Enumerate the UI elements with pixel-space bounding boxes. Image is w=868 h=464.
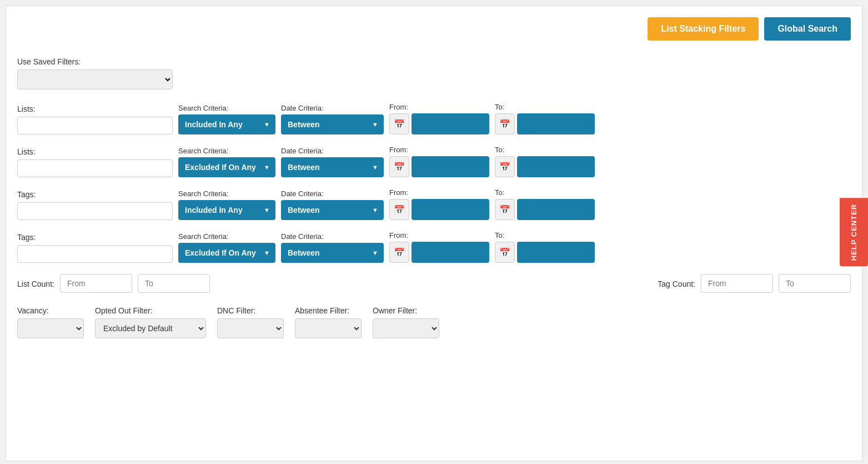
tag-count-from[interactable]: [701, 274, 773, 293]
saved-filters-label: Use Saved Filters:: [17, 57, 851, 66]
to-4-label: To:: [495, 231, 595, 240]
absentee-label: Absentee Filter:: [295, 306, 362, 315]
to-3-label: To:: [495, 188, 595, 197]
to-1: To: 📅: [495, 103, 595, 134]
tags-2-label: Tags:: [17, 233, 173, 242]
to-4-input[interactable]: [517, 242, 595, 263]
saved-filters-select[interactable]: [17, 69, 173, 89]
from-3-input[interactable]: [412, 199, 489, 220]
to-3-group: 📅: [495, 199, 595, 220]
saved-filters-section: Use Saved Filters:: [17, 57, 851, 89]
search-criteria-3-select[interactable]: Included In Any Excluded If On Any Inclu…: [178, 200, 275, 220]
owner-select[interactable]: Individual LLC Corporate: [373, 318, 439, 338]
to-2: To: 📅: [495, 146, 595, 177]
tags-2-col: Tags:: [17, 233, 173, 263]
date-criteria-4-select[interactable]: Between Before After On: [281, 243, 384, 263]
dnc-label: DNC Filter:: [217, 306, 284, 315]
list-count-label: List Count:: [17, 280, 54, 288]
to-3: To: 📅: [495, 188, 595, 220]
date-criteria-3-label: Date Criteria:: [281, 189, 384, 198]
owner-label: Owner Filter:: [373, 306, 439, 315]
help-center-button[interactable]: HELP CENTER: [840, 198, 868, 266]
to-2-group: 📅: [495, 156, 595, 177]
search-criteria-4-select[interactable]: Included In Any Excluded If On Any Inclu…: [178, 243, 275, 263]
lists-2-label: Lists:: [17, 147, 173, 156]
calendar-from-3-icon[interactable]: 📅: [389, 199, 409, 220]
bottom-filters: Vacancy: Yes No Opted Out Filter: Exclud…: [17, 306, 851, 338]
help-center-tab-wrapper: HELP CENTER: [840, 198, 868, 266]
search-criteria-1-label: Search Criteria:: [178, 104, 275, 112]
search-criteria-4-label: Search Criteria:: [178, 232, 275, 241]
from-3-group: 📅: [389, 199, 489, 220]
from-4-label: From:: [389, 231, 489, 240]
calendar-to-4-icon[interactable]: 📅: [495, 242, 515, 263]
lists-2-input[interactable]: [17, 159, 173, 177]
from-4: From: 📅: [389, 231, 489, 263]
search-criteria-4: Search Criteria: Included In Any Exclude…: [178, 232, 275, 263]
date-criteria-3-select[interactable]: Between Before After On: [281, 200, 384, 220]
search-criteria-1-select[interactable]: Included In Any Excluded If On Any Inclu…: [178, 114, 275, 134]
tag-count-group: Tag Count:: [658, 274, 851, 293]
to-4: To: 📅: [495, 231, 595, 263]
absentee-select[interactable]: Yes No: [295, 318, 362, 338]
global-search-button[interactable]: Global Search: [764, 17, 851, 41]
to-1-group: 📅: [495, 113, 595, 134]
count-section: List Count: Tag Count:: [17, 274, 851, 293]
from-1-input[interactable]: [412, 113, 489, 134]
from-4-input[interactable]: [412, 242, 489, 263]
from-2-label: From:: [389, 146, 489, 154]
from-1-group: 📅: [389, 113, 489, 134]
lists-2-col: Lists:: [17, 147, 173, 177]
calendar-to-2-icon[interactable]: 📅: [495, 156, 515, 177]
to-2-input[interactable]: [517, 156, 595, 177]
list-stacking-filters-button[interactable]: List Stacking Filters: [648, 17, 759, 41]
search-criteria-2-select[interactable]: Included In Any Excluded If On Any Inclu…: [178, 157, 275, 177]
opted-out-label: Opted Out Filter:: [95, 306, 206, 315]
from-3-label: From:: [389, 188, 489, 197]
lists-1-input[interactable]: [17, 117, 173, 134]
list-count-to[interactable]: [138, 274, 210, 293]
calendar-from-1-icon[interactable]: 📅: [389, 113, 409, 134]
row-tags-1: Tags: Search Criteria: Included In Any E…: [17, 188, 851, 220]
to-1-input[interactable]: [517, 113, 595, 134]
from-2-input[interactable]: [412, 156, 489, 177]
date-criteria-1-label: Date Criteria:: [281, 104, 384, 112]
search-criteria-3-label: Search Criteria:: [178, 189, 275, 198]
main-content: List Stacking Filters Global Search Use …: [6, 6, 862, 461]
row-lists-2: Lists: Search Criteria: Included In Any …: [17, 146, 851, 177]
vacancy-filter: Vacancy: Yes No: [17, 306, 84, 338]
date-criteria-2-select[interactable]: Between Before After On: [281, 157, 384, 177]
opted-out-filter: Opted Out Filter: Excluded by Default In…: [95, 306, 206, 338]
vacancy-select[interactable]: Yes No: [17, 318, 84, 338]
date-criteria-2: Date Criteria: Between Before After On: [281, 147, 384, 177]
criteria-group-4: Search Criteria: Included In Any Exclude…: [178, 231, 851, 263]
list-count-from[interactable]: [60, 274, 132, 293]
to-3-input[interactable]: [517, 199, 595, 220]
search-criteria-3: Search Criteria: Included In Any Exclude…: [178, 189, 275, 220]
lists-1-label: Lists:: [17, 104, 173, 113]
date-criteria-4: Date Criteria: Between Before After On: [281, 232, 384, 263]
to-1-label: To:: [495, 103, 595, 111]
search-criteria-2: Search Criteria: Included In Any Exclude…: [178, 147, 275, 177]
dnc-select[interactable]: Include All Only DNC: [217, 318, 284, 338]
date-criteria-3-wrapper: Between Before After On: [281, 200, 384, 220]
dnc-filter: DNC Filter: Include All Only DNC: [217, 306, 284, 338]
to-4-group: 📅: [495, 242, 595, 263]
calendar-from-2-icon[interactable]: 📅: [389, 156, 409, 177]
date-criteria-3: Date Criteria: Between Before After On: [281, 189, 384, 220]
tags-2-input[interactable]: [17, 245, 173, 263]
search-criteria-1-wrapper: Included In Any Excluded If On Any Inclu…: [178, 114, 275, 134]
date-criteria-1: Date Criteria: Between Before After On: [281, 104, 384, 134]
date-criteria-1-select[interactable]: Between Before After On: [281, 114, 384, 134]
lists-1-col: Lists:: [17, 104, 173, 134]
tags-1-col: Tags:: [17, 190, 173, 220]
calendar-to-1-icon[interactable]: 📅: [495, 113, 515, 134]
row-tags-2: Tags: Search Criteria: Included In Any E…: [17, 231, 851, 263]
calendar-to-3-icon[interactable]: 📅: [495, 199, 515, 220]
opted-out-select[interactable]: Excluded by Default Include All Only Opt…: [95, 318, 206, 338]
calendar-from-4-icon[interactable]: 📅: [389, 242, 409, 263]
tag-count-to[interactable]: [779, 274, 851, 293]
tags-1-input[interactable]: [17, 202, 173, 220]
to-2-label: To:: [495, 146, 595, 154]
from-2: From: 📅: [389, 146, 489, 177]
